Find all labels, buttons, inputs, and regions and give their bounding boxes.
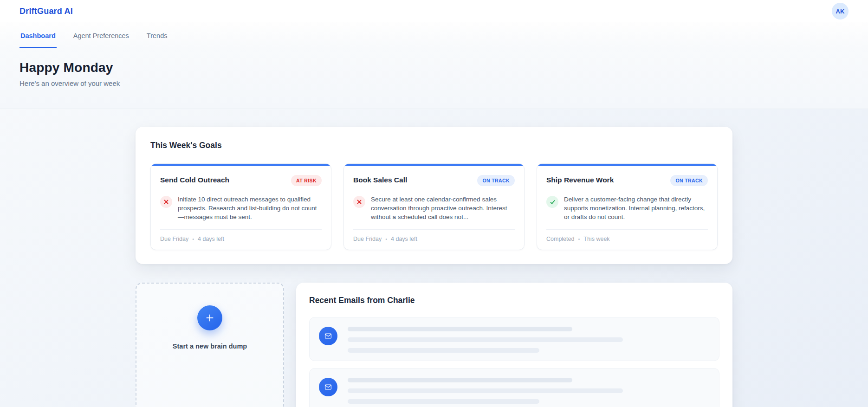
new-brain-dump-card[interactable]: Start a new brain dump [136,283,284,407]
x-icon [353,196,365,208]
goal-description: Initiate 10 direct outreach messages to … [178,195,322,221]
page-subtitle: Here's an overview of your week [19,79,849,87]
tab-trends[interactable]: Trends [146,26,168,48]
goal-title: Send Cold Outreach [160,175,229,184]
separator-dot: • [578,236,580,242]
add-brain-dump-button[interactable] [197,305,222,330]
check-icon [546,196,558,208]
goal-footer: Completed • This week [546,229,708,242]
skeleton-bar [348,378,572,382]
hero-section: Happy Monday Here's an overview of your … [0,48,868,109]
skeleton-bar [348,388,623,393]
tab-dashboard[interactable]: Dashboard [19,26,57,48]
bottom-row: Start a new brain dump Recent Emails fro… [136,283,732,407]
envelope-icon [319,378,337,396]
status-badge: AT RISK [291,175,322,186]
separator-dot: • [192,236,194,242]
goal-period: This week [583,236,609,242]
goal-description: Secure at least one calendar-confirmed s… [371,195,515,221]
goal-due: Due Friday [160,236,188,242]
email-list [309,317,719,407]
goal-days-left: 4 days left [198,236,224,242]
goal-completed: Completed [546,236,574,242]
goal-days-left: 4 days left [391,236,417,242]
brain-dump-label: Start a new brain dump [173,342,247,350]
skeleton-bar [348,348,539,353]
goal-card-ship-revenue-work[interactable]: Ship Revenue Work ON TRACK Deliver a cus… [537,163,718,250]
recent-emails-panel: Recent Emails from Charlie [296,283,732,407]
status-badge: ON TRACK [477,175,515,186]
app-logo[interactable]: DriftGuard AI [19,6,73,16]
goal-card-book-sales-call[interactable]: Book Sales Call ON TRACK Secure at least… [343,163,525,250]
skeleton-bar [348,337,623,342]
email-list-item[interactable] [309,317,719,361]
main-content: This Week's Goals Send Cold Outreach AT … [136,109,732,407]
skeleton-bar [348,399,539,404]
email-skeleton [348,325,710,353]
plus-icon [205,313,215,323]
page-title: Happy Monday [19,60,849,75]
goal-due: Due Friday [353,236,382,242]
top-bar: DriftGuard AI AK [0,0,868,22]
goal-card-send-cold-outreach[interactable]: Send Cold Outreach AT RISK Initiate 10 d… [150,163,331,250]
main-nav-tabs: Dashboard Agent Preferences Trends [0,22,868,48]
goals-section-title: This Week's Goals [150,141,718,150]
tab-agent-preferences[interactable]: Agent Preferences [72,26,130,48]
envelope-icon [319,327,337,345]
skeleton-bar [348,327,572,331]
goal-footer: Due Friday • 4 days left [160,229,322,242]
user-avatar[interactable]: AK [832,3,849,19]
goal-description: Deliver a customer-facing change that di… [564,195,708,221]
goal-title: Book Sales Call [353,175,407,184]
goal-footer: Due Friday • 4 days left [353,229,515,242]
goal-title: Ship Revenue Work [546,175,614,184]
emails-section-title: Recent Emails from Charlie [309,296,719,305]
status-badge: ON TRACK [670,175,708,186]
separator-dot: • [385,236,387,242]
goal-card-grid: Send Cold Outreach AT RISK Initiate 10 d… [150,163,718,250]
email-list-item[interactable] [309,368,719,407]
x-icon [160,196,172,208]
weekly-goals-panel: This Week's Goals Send Cold Outreach AT … [136,127,732,264]
email-skeleton [348,376,710,404]
